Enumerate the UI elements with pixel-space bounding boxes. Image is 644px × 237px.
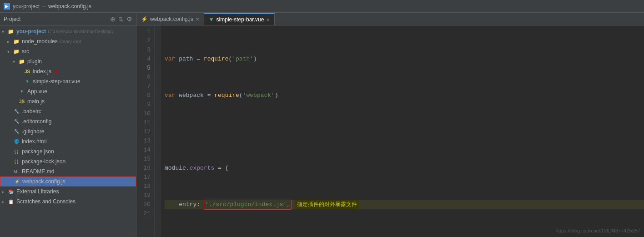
folder-icon: 📁 [13,38,20,45]
tree-path-root: C:\Users\Administrator\Desktop\... [48,29,116,34]
file-icon: 🔧 [13,108,20,115]
tree-label-webpack-config: webpack.config.js [22,178,65,185]
scratches-icon: 📋 [7,198,15,205]
tree-item-root[interactable]: ▾ 📁 you-project C:\Users\Administrator\D… [0,26,136,36]
sidebar-header: Project ⊕ ⇅ ⚙ [0,13,136,25]
tree-item-editorconfig[interactable]: 🔧 .editorconfig [0,116,136,126]
settings-icon[interactable]: ⚙ [126,15,132,23]
tree-label-plugin: plugin [27,58,42,65]
html-icon: 🌐 [13,138,20,145]
code-line-1: var path = require('path') [165,55,644,64]
sidebar-tree: ▾ 📁 you-project C:\Users\Administrator\D… [0,25,136,237]
sidebar: Project ⊕ ⇅ ⚙ ▾ 📁 you-project C:\Users\A… [0,13,136,237]
file-icon: 🔧 [13,128,20,135]
title-project: you-project [13,3,40,10]
js-icon: JS [18,98,25,105]
vue-icon: ▼ [18,88,25,95]
watermark: https://blog.csdn.net/C8DN877425287 [555,228,640,233]
tree-item-package-lock[interactable]: { } package-lock.json [0,156,136,166]
tree-item-plugin[interactable]: ▾ 📁 plugin [0,56,136,66]
tree-item-vue[interactable]: ▼ simple-step-bar.vue [0,76,136,86]
folder-icon: 📁 [18,58,25,65]
tree-item-main-js[interactable]: JS main.js [0,96,136,106]
tree-item-index-html[interactable]: 🌐 index.html [0,136,136,146]
code-line-3 [165,127,644,136]
expand-icon[interactable]: ⇅ [118,15,124,23]
sidebar-title: Project [4,16,107,22]
tab-vue[interactable]: ▼ simple-step-bar.vue ✕ [204,13,275,25]
tree-item-babelrc[interactable]: 🔧 .babelrc [0,106,136,116]
gutter [155,25,161,237]
tab-webpack[interactable]: ⚡ webpack.config.js ✕ [136,13,204,25]
ext-icon: 📚 [7,188,15,195]
tree-item-external-libs[interactable]: ▸ 📚 External Libraries [0,187,136,197]
tab-close-vue[interactable]: ✕ [266,17,270,22]
tree-item-index-js[interactable]: JS index.js ◄ [0,66,136,76]
tab-vue-label: simple-step-bar.vue [216,16,264,23]
tab-webpack-label: webpack.config.js [150,16,193,22]
vue-icon: ▼ [24,78,31,85]
code-line-5: entry: './src/plugin/index.js',指定插件的对外暴露… [165,200,644,209]
tree-item-scratches[interactable]: ▸ 📋 Scratches and Consoles [0,197,136,207]
code-line-4: module.exports = { [165,164,644,173]
folder-icon: 📁 [7,28,15,35]
code-content[interactable]: var path = require('path') var webpack =… [161,25,644,237]
tree-label-vue: simple-step-bar.vue [33,78,80,85]
tree-label-index-js: index.js [33,68,51,75]
tree-item-node-modules[interactable]: ▸ 📁 node_modules library root [0,36,136,46]
sidebar-header-icons: ⊕ ⇅ ⚙ [110,15,132,23]
tree-item-webpack-config[interactable]: ⚡ webpack.config.js [0,176,136,187]
annotation-arrow: ◄ [53,68,60,75]
tree-label-package-json: package.json [22,148,54,155]
tab-close-webpack[interactable]: ✕ [196,17,199,22]
tree-item-app-vue[interactable]: ▼ App.vue [0,86,136,96]
tree-item-src[interactable]: ▾ 📁 src [0,46,136,56]
tree-label-external-libs: External Libraries [16,188,59,195]
tab-vue-icon: ▼ [209,16,214,23]
tree-item-package-json[interactable]: { } package.json [0,146,136,156]
annotation-line5: 指定插件的对外暴露文件 [295,200,359,209]
tab-webpack-icon: ⚡ [141,16,148,22]
webpack-icon: ⚡ [13,178,20,185]
title-bar: ▶ you-project – webpack.config.js [0,0,644,13]
tree-extra: library root [60,39,81,44]
line-numbers: 1 2 3 4 5 6 7 8 9 10 11 12 13 14 15 16 1… [136,25,155,237]
tree-label-index-html: index.html [22,138,47,145]
file-icon: 🔧 [13,118,20,125]
json-icon: { } [13,158,20,165]
tree-label-readme: README.md [22,168,54,175]
tree-label-gitignore: .gitignore [22,128,44,135]
title-file: webpack.config.js [48,3,91,10]
tree-label-package-lock: package-lock.json [22,158,65,165]
tree-label-app-vue: App.vue [27,88,47,95]
tree-label-root: you-project [16,28,46,35]
json-icon: { } [13,148,20,155]
tree-item-readme[interactable]: M↓ README.md [0,166,136,176]
tree-item-gitignore[interactable]: 🔧 .gitignore [0,126,136,136]
tree-label: node_modules [22,38,58,45]
app-icon: ▶ [4,3,10,10]
main-area: Project ⊕ ⇅ ⚙ ▾ 📁 you-project C:\Users\A… [0,13,644,237]
tree-label-editorconfig: .editorconfig [22,118,51,125]
tree-label-src: src [22,48,29,55]
editor-tabs: ⚡ webpack.config.js ✕ ▼ simple-step-bar.… [136,13,644,25]
tree-label-main-js: main.js [27,98,45,105]
editor-area: ⚡ webpack.config.js ✕ ▼ simple-step-bar.… [136,13,644,237]
tree-label-babelrc: .babelrc [22,108,41,115]
js-icon: JS [24,68,31,75]
md-icon: M↓ [13,168,20,175]
code-line-2: var webpack = require('webpack') [165,91,644,100]
sync-icon[interactable]: ⊕ [110,15,116,23]
folder-icon: 📁 [13,48,20,55]
code-area: 1 2 3 4 5 6 7 8 9 10 11 12 13 14 15 16 1… [136,25,644,237]
tree-label-scratches: Scratches and Consoles [16,198,75,205]
